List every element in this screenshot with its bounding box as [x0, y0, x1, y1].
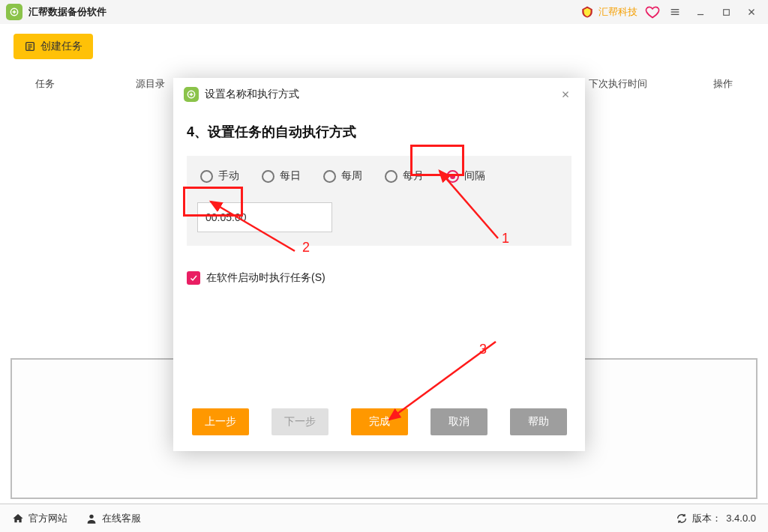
cancel-button[interactable]: 取消: [430, 408, 488, 435]
radio-icon: [200, 170, 213, 183]
radio-interval[interactable]: 间隔: [443, 168, 488, 184]
radio-daily-label: 每日: [280, 169, 301, 183]
radio-daily[interactable]: 每日: [259, 168, 304, 184]
settings-modal: 设置名称和执行方式 4、设置任务的自动执行方式 手动 每日: [173, 78, 585, 451]
schedule-radio-group: 手动 每日 每周 每月: [197, 168, 561, 184]
radio-icon: [385, 170, 398, 183]
next-button[interactable]: 下一步: [272, 408, 328, 435]
modal-footer: 上一步 下一步 完成 取消 帮助: [173, 393, 585, 451]
radio-weekly-label: 每周: [341, 169, 362, 183]
radio-monthly[interactable]: 每月: [382, 168, 427, 184]
radio-interval-label: 间隔: [464, 169, 485, 183]
modal-logo-icon: [184, 87, 199, 102]
radio-icon: [323, 170, 336, 183]
modal-header: 设置名称和执行方式: [173, 78, 585, 111]
schedule-options: 手动 每日 每周 每月: [187, 156, 572, 246]
radio-icon: [262, 170, 274, 183]
checkbox-checked-icon: [187, 271, 200, 285]
modal-close-button[interactable]: [556, 85, 574, 103]
radio-monthly-label: 每月: [403, 169, 424, 183]
close-icon: [560, 89, 571, 100]
radio-icon: [446, 170, 459, 183]
interval-time-input[interactable]: [197, 202, 332, 232]
modal-backdrop: 设置名称和执行方式 4、设置任务的自动执行方式 手动 每日: [0, 0, 768, 532]
annotation-number-3: 3: [479, 342, 487, 357]
radio-weekly[interactable]: 每周: [320, 168, 365, 184]
radio-manual-label: 手动: [218, 169, 239, 183]
finish-button[interactable]: 完成: [351, 408, 408, 435]
help-button[interactable]: 帮助: [510, 408, 567, 435]
step-title: 4、设置任务的自动执行方式: [187, 123, 572, 141]
modal-body: 4、设置任务的自动执行方式 手动 每日 每周: [173, 111, 585, 393]
run-on-startup-label: 在软件启动时执行任务(S): [206, 271, 326, 285]
prev-button[interactable]: 上一步: [192, 408, 249, 435]
run-on-startup-row[interactable]: 在软件启动时执行任务(S): [187, 271, 572, 285]
radio-manual[interactable]: 手动: [197, 168, 242, 184]
modal-title: 设置名称和执行方式: [205, 88, 299, 101]
